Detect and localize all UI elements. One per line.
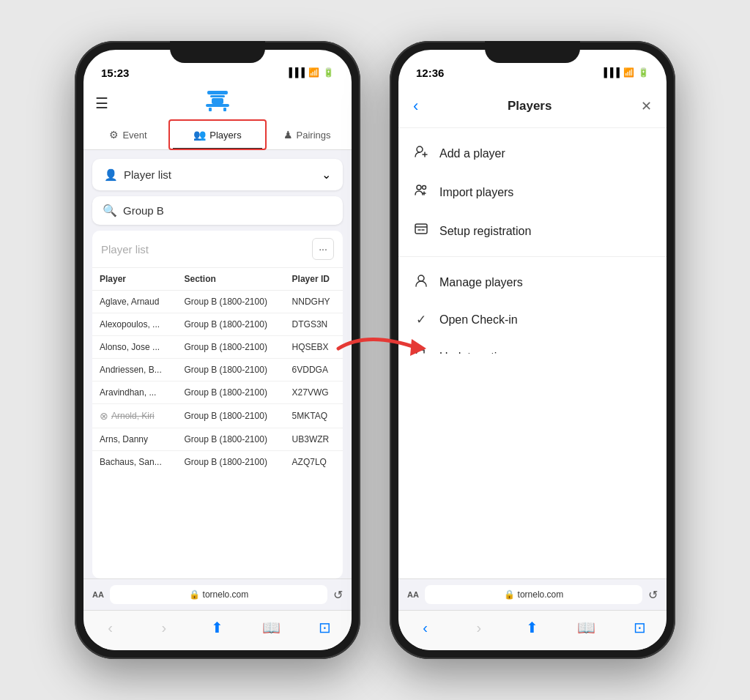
nav-bar-right: ‹ › ⬆ 📖 ⊡ [398,610,667,650]
reload-button-left[interactable]: ↺ [333,588,343,602]
table-row[interactable]: ⊗Arnold, KiriGroup B (1800-2100)5MKTAQ [92,404,343,428]
search-bar[interactable]: 🔍 Group B [92,196,343,225]
share-button-left[interactable]: ⬆ [203,617,232,638]
url-text-left: tornelo.com [203,589,249,600]
screen-left: 15:23 ▐▐▐ 📶 🔋 ☰ [83,50,352,650]
col-section: Section [177,268,284,291]
open-checkin-label: Open Check-in [439,313,518,327]
nav-bar-left: ‹ › ⬆ 📖 ⊡ [83,610,352,650]
table-row[interactable]: Alonso, Jose ...Group B (1800-2100)HQSEB… [92,336,343,359]
notch-right [485,41,580,63]
back-nav-left[interactable]: ‹ [96,617,125,638]
table-row[interactable]: Arns, DannyGroup B (1800-2100)UB3WZR [92,428,343,451]
svg-rect-2 [212,98,223,104]
url-bar-right[interactable]: 🔒 tornelo.com [425,585,642,604]
lock-icon-right: 🔒 [504,589,515,600]
tab-event-label: Event [122,130,146,141]
forward-nav-left[interactable]: › [149,617,179,638]
battery-icon: 🔋 [323,67,334,78]
app-header: ☰ [83,85,352,122]
player-name-cell: Aravindhan, ... [92,381,177,404]
hamburger-icon[interactable]: ☰ [95,94,108,112]
player-id-cell: UB3WZR [285,428,343,451]
table-title: Player list [101,243,312,256]
tab-pairings[interactable]: ♟ Pairings [262,122,352,149]
table-row[interactable]: Alexopoulos, ...Group B (1800-2100)DTGS3… [92,313,343,336]
content-area: 👤 Player list ⌄ 🔍 Group B Player list [83,150,352,578]
bookmarks-button-right[interactable]: 📖 [571,617,601,638]
bookmarks-button-left[interactable]: 📖 [256,617,286,638]
import-players-item[interactable]: Import players [398,173,667,212]
import-players-label: Import players [439,186,513,199]
svg-point-11 [423,186,426,190]
open-checkin-item[interactable]: ✓ Open Check-in [398,302,667,338]
update-ratings-item[interactable]: Update ratings [398,338,667,354]
player-name-cell: Bachaus, San... [92,451,177,474]
section-cell: Group B (1800-2100) [177,381,284,404]
menu-header: ‹ Players ✕ [398,85,667,128]
tab-players[interactable]: 👥 Players [173,122,262,149]
status-icons-left: ▐▐▐ 📶 🔋 [286,67,334,78]
tab-pairings-label: Pairings [297,130,331,141]
search-icon: 🔍 [103,204,117,217]
browser-bar-right: AA 🔒 tornelo.com ↺ [398,578,667,610]
forward-nav-right[interactable]: › [464,617,494,638]
menu-section-1: Add a player Import [398,128,667,257]
section-cell: Group B (1800-2100) [177,313,284,336]
setup-reg-icon [413,222,429,240]
player-list-dropdown[interactable]: 👤 Player list ⌄ [92,159,343,190]
table-row[interactable]: Bachaus, San...Group B (1800-2100)AZQ7LQ [92,451,343,474]
svg-point-16 [418,275,424,281]
table-row[interactable]: Andriessen, B...Group B (1800-2100)6VDDG… [92,359,343,381]
setup-registration-item[interactable]: Setup registration [398,212,667,250]
svg-point-7 [417,146,423,152]
notch-left [170,41,265,63]
signal-icon-right: ▐▐▐ [601,67,620,78]
table-column-header-row: Player Section Player ID [92,268,343,291]
manage-players-label: Manage players [439,276,523,289]
dropdown-left: 👤 Player list [104,168,171,182]
check-icon: ✓ [413,312,429,327]
menu-list: Add a player Import [398,128,667,354]
share-button-right[interactable]: ⬆ [518,617,547,638]
url-bar-left[interactable]: 🔒 tornelo.com [110,585,327,604]
player-name-cell: Arns, Danny [92,428,177,451]
tabs-button-right[interactable]: ⊡ [625,617,654,638]
update-ratings-icon [413,348,429,354]
dropdown-label: Player list [124,168,171,181]
table-header-row: Player list ··· [92,231,343,268]
svg-rect-5 [223,108,226,111]
aa-button-right[interactable]: AA [407,590,419,599]
section-cell: Group B (1800-2100) [177,336,284,359]
wifi-icon: 📶 [308,67,319,78]
aa-button-left[interactable]: AA [92,590,104,599]
section-cell: Group B (1800-2100) [177,359,284,381]
browser-bar-left: AA 🔒 tornelo.com ↺ [83,578,352,610]
add-player-item[interactable]: Add a player [398,134,667,173]
table-row[interactable]: Aglave, ArnaudGroup B (1800-2100)NNDGHY [92,291,343,313]
time-left: 15:23 [101,67,129,79]
spacer [398,354,667,579]
signal-icon: ▐▐▐ [286,67,305,78]
section-cell: Group B (1800-2100) [177,428,284,451]
reload-button-right[interactable]: ↺ [648,588,658,602]
status-icons-right: ▐▐▐ 📶 🔋 [601,67,649,78]
back-nav-right[interactable]: ‹ [411,617,440,638]
table-row[interactable]: Aravindhan, ...Group B (1800-2100)X27VWG [92,381,343,404]
close-button[interactable]: ✕ [641,98,652,114]
time-right: 12:36 [416,67,444,79]
tabs-button-left[interactable]: ⊡ [310,617,339,638]
player-id-cell: NNDGHY [285,291,343,313]
phones-wrapper: 15:23 ▐▐▐ 📶 🔋 ☰ [75,41,675,659]
manage-players-item[interactable]: Manage players [398,263,667,302]
player-id-cell: X27VWG [285,381,343,404]
chevron-icon: ⌄ [322,168,331,182]
more-options-button[interactable]: ··· [312,238,334,260]
pairings-icon: ♟ [283,129,293,141]
tab-event[interactable]: ⚙ Event [83,122,173,149]
svg-rect-12 [415,224,427,234]
svg-rect-0 [207,91,228,94]
menu-section-2: Manage players ✓ Open Check-in [398,257,667,354]
table-container: Player list ··· Player Section Player ID [92,231,343,578]
back-button[interactable]: ‹ [413,97,418,116]
